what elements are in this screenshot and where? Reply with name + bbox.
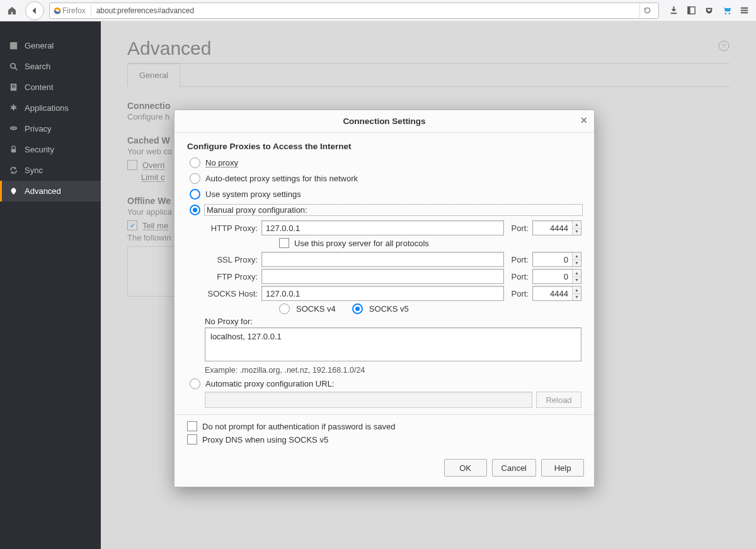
http-proxy-label: HTTP Proxy: [205, 224, 258, 233]
auto-url-input [205, 392, 532, 408]
cart-icon[interactable] [718, 3, 735, 19]
sidebar-item-general[interactable]: General [0, 35, 101, 56]
dialog-title-bar: Connection Settings ✕ [175, 110, 594, 133]
radio-no-proxy[interactable] [190, 157, 200, 168]
http-proxy-input[interactable] [261, 220, 504, 235]
socks-host-input[interactable] [261, 286, 504, 301]
socks-host-label: SOCKS Host: [205, 289, 258, 298]
identity-box: Firefox [54, 6, 86, 15]
svg-point-5 [724, 13, 726, 14]
cancel-button[interactable]: Cancel [492, 459, 536, 477]
sidebar-item-applications[interactable]: Applications [0, 98, 101, 118]
ssl-proxy-label: SSL Proxy: [205, 255, 258, 264]
no-prompt-checkbox[interactable] [187, 421, 197, 431]
ssl-port-spinner[interactable]: ▲▼ [572, 252, 581, 266]
svg-point-13 [12, 127, 13, 128]
http-port-input[interactable] [533, 221, 572, 235]
radio-auto-url[interactable] [190, 378, 200, 389]
ftp-proxy-label: FTP Proxy: [205, 272, 258, 281]
close-icon[interactable]: ✕ [580, 115, 588, 125]
no-proxy-textarea[interactable] [205, 327, 581, 361]
back-button[interactable] [25, 1, 44, 20]
socks-port-input[interactable] [533, 286, 572, 300]
svg-rect-15 [11, 149, 16, 153]
pocket-icon[interactable] [701, 3, 717, 19]
svg-rect-4 [687, 7, 690, 14]
no-proxy-label: No Proxy for: [205, 317, 581, 326]
radio-system-proxy[interactable] [190, 189, 200, 200]
menu-icon[interactable] [736, 3, 752, 19]
ftp-port-input[interactable] [533, 269, 572, 283]
sidebar-icon[interactable] [683, 3, 699, 19]
help-button[interactable]: Help [541, 459, 584, 477]
svg-point-14 [14, 127, 15, 128]
ftp-proxy-input[interactable] [261, 269, 504, 284]
sidebar-item-content[interactable]: Content [0, 77, 101, 98]
reload-button: Reload [536, 392, 581, 408]
svg-point-8 [11, 64, 16, 69]
svg-rect-10 [12, 85, 16, 86]
svg-rect-2 [670, 13, 676, 14]
svg-rect-7 [10, 42, 17, 49]
ok-button[interactable]: OK [444, 459, 487, 477]
no-proxy-example: Example: .mozilla.org, .net.nz, 192.168.… [205, 366, 581, 375]
dialog-heading: Configure Proxies to Access the Internet [187, 142, 581, 151]
sidebar-item-sync[interactable]: Sync [0, 160, 101, 181]
svg-point-6 [728, 13, 730, 14]
browser-toolbar: Firefox about:preferences#advanced [0, 0, 756, 21]
http-port-spinner[interactable]: ▲▼ [572, 221, 581, 235]
sidebar-item-search[interactable]: Search [0, 56, 101, 77]
radio-manual-proxy[interactable] [190, 205, 200, 215]
identity-label: Firefox [62, 6, 86, 15]
radio-socks-v5[interactable] [352, 303, 363, 314]
sidebar-item-advanced[interactable]: Advanced [0, 181, 101, 201]
ftp-port-spinner[interactable]: ▲▼ [572, 269, 581, 283]
dialog-title: Connection Settings [343, 116, 425, 126]
ssl-port-input[interactable] [533, 252, 572, 266]
svg-rect-12 [12, 88, 16, 88]
socks-port-spinner[interactable]: ▲▼ [572, 286, 581, 300]
ssl-proxy-input[interactable] [261, 252, 504, 267]
home-icon[interactable] [4, 3, 20, 19]
radio-socks-v4[interactable] [279, 303, 290, 314]
sidebar-item-privacy[interactable]: Privacy [0, 118, 101, 139]
url-text: about:preferences#advanced [96, 6, 637, 15]
downloads-icon[interactable] [665, 3, 682, 19]
url-bar[interactable]: Firefox about:preferences#advanced [49, 3, 659, 19]
svg-rect-11 [12, 86, 16, 87]
radio-auto-detect[interactable] [190, 173, 200, 184]
connection-settings-dialog: Connection Settings ✕ Configure Proxies … [174, 110, 595, 487]
reload-icon[interactable] [639, 4, 655, 18]
sidebar-item-security[interactable]: Security [0, 139, 101, 160]
use-for-all-checkbox[interactable] [279, 238, 289, 248]
proxy-dns-checkbox[interactable] [187, 434, 197, 444]
preferences-sidebar: General Search Content Applications Priv… [0, 21, 101, 549]
